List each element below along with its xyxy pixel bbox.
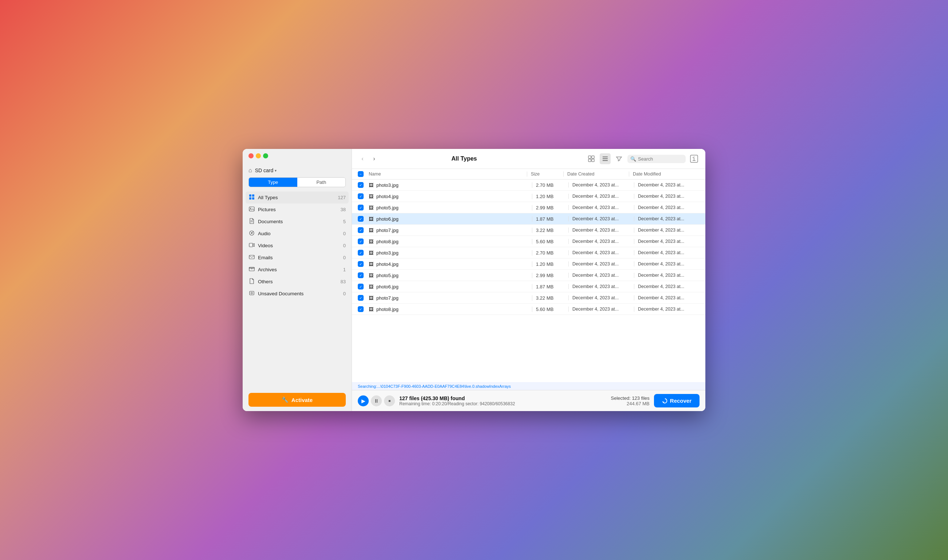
- file-date-modified: December 4, 2023 at...: [634, 284, 700, 289]
- file-size: 1.87 MB: [532, 284, 568, 289]
- file-date-modified: December 4, 2023 at...: [634, 262, 700, 266]
- documents-icon: [248, 218, 255, 225]
- play-button[interactable]: ▶: [358, 395, 369, 406]
- videos-icon: [248, 242, 255, 249]
- home-icon[interactable]: ⌂: [248, 167, 252, 174]
- sidebar-label-documents: Documents: [258, 219, 283, 224]
- sidebar-item-videos[interactable]: Videos 0: [243, 240, 351, 252]
- svg-rect-2: [249, 197, 251, 200]
- sidebar-item-pictures[interactable]: Pictures 38: [243, 203, 351, 215]
- row-checkbox[interactable]: ✓: [358, 272, 364, 278]
- table-row[interactable]: ✓ 🖼photo8.jpg 5.60 MB December 4, 2023 a…: [352, 304, 705, 315]
- table-row[interactable]: ✓ 🖼photo3.jpg 2.70 MB December 4, 2023 a…: [352, 247, 705, 258]
- file-date-modified: December 4, 2023 at...: [634, 295, 700, 300]
- file-size: 2.99 MB: [532, 205, 568, 211]
- filter-button[interactable]: [614, 153, 624, 164]
- file-list: ✓ 🖼photo3.jpg 2.70 MB December 4, 2023 a…: [352, 180, 705, 382]
- column-date-modified-header: Date Modified: [629, 171, 694, 177]
- file-date-created: December 4, 2023 at...: [568, 250, 634, 255]
- archives-icon: [248, 266, 255, 273]
- row-checkbox[interactable]: ✓: [358, 238, 364, 244]
- playback-controls: ▶ ⏸ ■: [358, 395, 395, 406]
- sidebar-footer: 🔧 Activate: [243, 389, 351, 411]
- sidebar-item-others[interactable]: Others 83: [243, 275, 351, 288]
- table-row[interactable]: ✓ 🖼photo5.jpg 2.99 MB December 4, 2023 a…: [352, 202, 705, 213]
- svg-rect-12: [249, 268, 254, 271]
- pause-button[interactable]: ⏸: [371, 395, 382, 406]
- type-view-button[interactable]: Type: [249, 178, 297, 187]
- file-date-created: December 4, 2023 at...: [568, 228, 634, 233]
- file-size: 5.60 MB: [532, 239, 568, 244]
- sidebar-item-unsaved[interactable]: Unsaved Documents 0: [243, 288, 351, 300]
- file-name: 🖼photo7.jpg: [369, 295, 532, 301]
- maximize-button[interactable]: [263, 153, 268, 158]
- sidebar-label-unsaved: Unsaved Documents: [258, 291, 304, 296]
- sidebar-item-documents[interactable]: Documents 5: [243, 215, 351, 228]
- table-row[interactable]: ✓ 🖼photo4.jpg 1.20 MB December 4, 2023 a…: [352, 191, 705, 202]
- device-name[interactable]: SD card ▾: [255, 168, 277, 173]
- sidebar-items: All Types 127 Pictures 38 Documents 5: [243, 192, 351, 389]
- file-size: 2.70 MB: [532, 250, 568, 255]
- column-date-created-header: Date Created: [563, 171, 629, 177]
- row-checkbox[interactable]: ✓: [358, 216, 364, 222]
- file-name: 🖼photo7.jpg: [369, 228, 532, 233]
- main-window: ⌂ SD card ▾ Type Path All Types 127: [243, 149, 705, 411]
- sidebar-item-audio[interactable]: Audio 0: [243, 228, 351, 240]
- sidebar-label-all-types: All Types: [258, 195, 278, 200]
- row-checkbox[interactable]: ✓: [358, 295, 364, 301]
- table-row[interactable]: ✓ 🖼photo8.jpg 5.60 MB December 4, 2023 a…: [352, 236, 705, 247]
- main-content: ‹ › All Types 🔍: [352, 149, 705, 411]
- minimize-button[interactable]: [256, 153, 261, 158]
- toolbar: ‹ › All Types 🔍: [352, 149, 705, 169]
- activate-button[interactable]: 🔧 Activate: [248, 393, 346, 407]
- sidebar-count-others: 83: [341, 279, 346, 285]
- path-view-button[interactable]: Path: [297, 178, 346, 187]
- row-checkbox[interactable]: ✓: [358, 227, 364, 233]
- traffic-lights: [243, 149, 351, 161]
- table-row[interactable]: ✓ 🖼photo6.jpg 1.87 MB December 4, 2023 a…: [352, 281, 705, 292]
- file-size: 3.22 MB: [532, 295, 568, 301]
- table-row[interactable]: ✓ 🖼photo4.jpg 1.20 MB December 4, 2023 a…: [352, 258, 705, 270]
- sidebar-count-unsaved: 0: [343, 291, 346, 296]
- sidebar: ⌂ SD card ▾ Type Path All Types 127: [243, 149, 352, 411]
- close-button[interactable]: [248, 153, 254, 158]
- stop-button[interactable]: ■: [384, 395, 395, 406]
- sidebar-count-all-types: 127: [338, 195, 346, 200]
- file-name: 🖼photo5.jpg: [369, 273, 532, 278]
- emails-icon: [248, 254, 255, 261]
- row-checkbox[interactable]: ✓: [358, 193, 364, 199]
- row-checkbox[interactable]: ✓: [358, 306, 364, 312]
- svg-point-29: [694, 157, 694, 157]
- file-date-created: December 4, 2023 at...: [568, 306, 634, 312]
- pictures-icon: [248, 206, 255, 213]
- row-checkbox[interactable]: ✓: [358, 284, 364, 289]
- table-row[interactable]: ✓ 🖼photo5.jpg 2.99 MB December 4, 2023 a…: [352, 270, 705, 281]
- row-checkbox[interactable]: ✓: [358, 182, 364, 188]
- table-row[interactable]: ✓ 🖼photo6.jpg 1.87 MB December 4, 2023 a…: [352, 213, 705, 225]
- sidebar-label-pictures: Pictures: [258, 207, 276, 212]
- sidebar-item-emails[interactable]: Emails 0: [243, 252, 351, 264]
- sidebar-label-audio: Audio: [258, 231, 271, 236]
- file-date-modified: December 4, 2023 at...: [634, 182, 700, 188]
- svg-rect-10: [249, 243, 253, 247]
- sidebar-item-all-types[interactable]: All Types 127: [245, 192, 349, 203]
- search-input[interactable]: [638, 156, 682, 162]
- recover-button[interactable]: Recover: [654, 394, 700, 408]
- table-row[interactable]: ✓ 🖼photo3.jpg 2.70 MB December 4, 2023 a…: [352, 180, 705, 191]
- grid-view-button[interactable]: [586, 153, 597, 164]
- table-row[interactable]: ✓ 🖼photo7.jpg 3.22 MB December 4, 2023 a…: [352, 292, 705, 304]
- sidebar-item-archives[interactable]: Archives 1: [243, 264, 351, 275]
- info-button[interactable]: [689, 153, 700, 164]
- row-checkbox[interactable]: ✓: [358, 261, 364, 267]
- row-checkbox[interactable]: ✓: [358, 250, 364, 255]
- row-checkbox[interactable]: ✓: [358, 205, 364, 211]
- table-row[interactable]: ✓ 🖼photo7.jpg 3.22 MB December 4, 2023 a…: [352, 225, 705, 236]
- select-all-checkbox[interactable]: −: [358, 171, 364, 177]
- file-size: 2.99 MB: [532, 273, 568, 278]
- toolbar-title: All Types: [347, 155, 581, 162]
- svg-rect-19: [592, 156, 594, 158]
- file-date-created: December 4, 2023 at...: [568, 273, 634, 278]
- file-name: 🖼photo3.jpg: [369, 250, 532, 255]
- search-box: 🔍: [627, 155, 686, 163]
- list-view-button[interactable]: [600, 153, 610, 164]
